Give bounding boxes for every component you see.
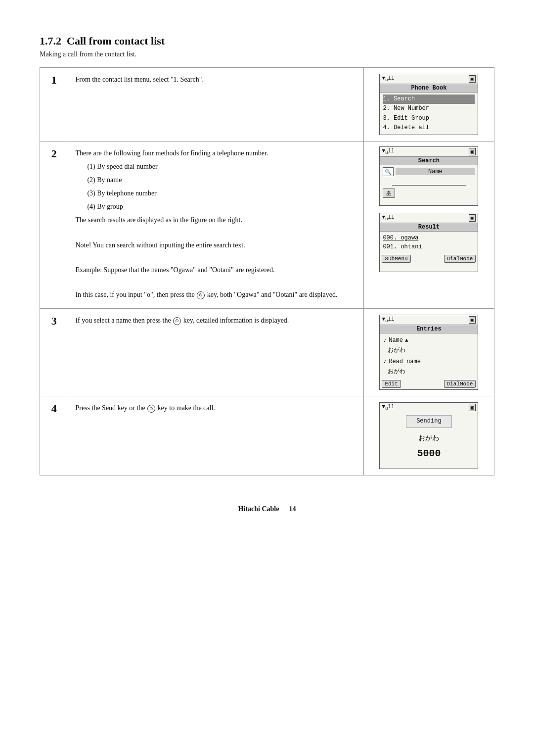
result-header: Result xyxy=(380,223,478,232)
steps-table: 1 From the contact list menu, select "1.… xyxy=(40,67,494,475)
step-4-text: Press the Send key or the ⊙ key to make … xyxy=(75,402,356,414)
phone-status-2b: ▼ull ▣ xyxy=(380,213,478,223)
search-japanese-btn: あ xyxy=(383,187,475,199)
signal-icon-1: ▼ull xyxy=(382,75,394,83)
step-2-method-2: (2) By name xyxy=(87,174,356,186)
circle-key-icon-3: ⊙ xyxy=(173,317,181,325)
search-row: 🔍 Name xyxy=(383,167,475,176)
result-footer: SubMenu DialMode xyxy=(380,253,478,264)
footer-page: 14 xyxy=(289,505,296,513)
signal-icon-4: ▼ull xyxy=(382,404,394,411)
step-2-method-3: (3) By telephone number xyxy=(87,188,356,199)
step-4-screen: ▼ull ▣ Sending おがわ 5000 xyxy=(363,396,494,475)
phone-status-1: ▼ull ▣ xyxy=(380,74,478,84)
menu-item-4: 4. Delete all xyxy=(383,123,475,133)
phone-screen-4: ▼ull ▣ Sending おがわ 5000 xyxy=(379,402,478,469)
step-1-row: 1 From the contact list menu, select "1.… xyxy=(40,68,494,142)
step-1-content: From the contact list menu, select "1. S… xyxy=(68,68,363,142)
step-1-text: From the contact list menu, select "1. S… xyxy=(75,74,356,85)
step-2-row: 2 There are the following four methods f… xyxy=(40,141,494,308)
step-1-screen: ▼ull ▣ Phone Book 1. Search 2. New Numbe… xyxy=(363,68,494,142)
step-1-number: 1 xyxy=(40,68,68,142)
signal-icon-3: ▼ull xyxy=(382,316,394,324)
phone-screen-1: ▼ull ▣ Phone Book 1. Search 2. New Numbe… xyxy=(379,74,478,135)
step-4-row: 4 Press the Send key or the ⊙ key to mak… xyxy=(40,396,494,475)
entries-name-value: おがわ xyxy=(383,346,475,355)
step-2-text-intro: There are the following four methods for… xyxy=(75,147,356,159)
section-subtitle: Making a call from the contact list. xyxy=(40,50,494,58)
phone-status-3: ▼ull ▣ xyxy=(380,315,478,325)
step-3-row: 3 If you select a name then press the ⊙ … xyxy=(40,309,494,396)
step-3-content: If you select a name then press the ⊙ ke… xyxy=(68,309,363,396)
signal-icon-2a: ▼ull xyxy=(382,148,394,155)
name-icon: ♪ xyxy=(383,335,387,346)
scroll-arrow: ▲ xyxy=(405,336,408,345)
dialmode-button-3[interactable]: DialMode xyxy=(444,380,476,388)
phonebook-header: Phone Book xyxy=(380,84,478,93)
dialmode-button-2b[interactable]: DialMode xyxy=(444,255,476,263)
sending-label: Sending xyxy=(406,415,451,427)
phone-screen-3: ▼ull ▣ Entries ♪ Name ▲ おがわ ♪ Read xyxy=(379,315,478,390)
search-name-label: Name xyxy=(396,168,475,175)
entries-name-row: ♪ Name ▲ xyxy=(383,335,475,346)
step-4-number: 4 xyxy=(40,396,68,475)
page-container: 1.7.2 Call from contact list Making a ca… xyxy=(40,35,494,513)
section-title: 1.7.2 Call from contact list xyxy=(40,35,494,47)
entries-body: ♪ Name ▲ おがわ ♪ Read name おがわ xyxy=(380,333,478,378)
result-item-1: 000. ogawa xyxy=(383,234,475,242)
search-input-line xyxy=(392,178,466,186)
step-2-example-detail: In this case, if you input "o", then pre… xyxy=(75,289,356,300)
step-2-screen: ▼ull ▣ Search 🔍 Name あ xyxy=(363,141,494,308)
entries-readname-value: おがわ xyxy=(383,367,475,377)
entries-header: Entries xyxy=(380,325,478,333)
battery-icon-2b: ▣ xyxy=(469,214,476,222)
step-2-method-4: (4) By group xyxy=(87,201,356,212)
readname-label: Read name xyxy=(389,357,421,367)
phone-screen-2a: ▼ull ▣ Search 🔍 Name あ xyxy=(379,146,478,206)
battery-icon-3: ▣ xyxy=(469,316,476,324)
result-item-2: 001. ohtani xyxy=(383,242,475,251)
step-2-note: Note! You can search without inputting t… xyxy=(75,239,356,251)
section-header: 1.7.2 Call from contact list Making a ca… xyxy=(40,35,494,58)
readname-icon: ♪ xyxy=(383,357,387,367)
search-field-icon: 🔍 xyxy=(383,167,394,176)
submenu-button[interactable]: SubMenu xyxy=(382,255,410,263)
step-3-number: 3 xyxy=(40,309,68,396)
step-3-text: If you select a name then press the ⊙ ke… xyxy=(75,315,356,326)
edit-button[interactable]: Edit xyxy=(382,380,400,388)
battery-icon-1: ▣ xyxy=(469,75,476,83)
phone-status-2a: ▼ull ▣ xyxy=(380,147,478,156)
phone-screen-2b: ▼ull ▣ Result 000. ogawa 001. ohtani Sub… xyxy=(379,213,478,272)
sending-body: Sending おがわ 5000 xyxy=(380,412,478,469)
step-2-method-1: (1) By speed dial number xyxy=(87,161,356,172)
step-2-example: Example: Suppose that the names "Ogawa" … xyxy=(75,264,356,276)
step-4-content: Press the Send key or the ⊙ key to make … xyxy=(68,396,363,475)
phonebook-menu: 1. Search 2. New Number 3. Edit Group 4.… xyxy=(380,93,478,135)
sending-name-japanese: おがわ xyxy=(384,433,474,444)
circle-key-icon: ⊙ xyxy=(197,291,205,299)
signal-icon-2b: ▼ull xyxy=(382,214,394,222)
phone-status-4: ▼ull ▣ xyxy=(380,403,478,412)
search-area: 🔍 Name あ xyxy=(380,165,478,201)
footer-brand: Hitachi Cable xyxy=(238,505,279,513)
result-list: 000. ogawa 001. ohtani xyxy=(380,232,478,253)
battery-icon-4: ▣ xyxy=(469,404,476,411)
circle-key-icon-4: ⊙ xyxy=(147,405,155,413)
step-2-number: 2 xyxy=(40,141,68,308)
step-3-screen: ▼ull ▣ Entries ♪ Name ▲ おがわ ♪ Read xyxy=(363,309,494,396)
name-label: Name xyxy=(389,336,403,345)
step-2-content: There are the following four methods for… xyxy=(68,141,363,308)
menu-item-1: 1. Search xyxy=(383,94,475,104)
entries-readname-row: ♪ Read name xyxy=(383,357,475,367)
page-footer: Hitachi Cable 14 xyxy=(40,505,494,513)
battery-icon-2a: ▣ xyxy=(469,148,476,155)
step-2-results-text: The search results are displayed as in t… xyxy=(75,214,356,226)
menu-item-3: 3. Edit Group xyxy=(383,114,475,123)
sending-number: 5000 xyxy=(384,446,474,462)
search-header: Search xyxy=(380,156,478,165)
entries-footer: Edit DialMode xyxy=(380,378,478,389)
menu-item-2: 2. New Number xyxy=(383,104,475,113)
